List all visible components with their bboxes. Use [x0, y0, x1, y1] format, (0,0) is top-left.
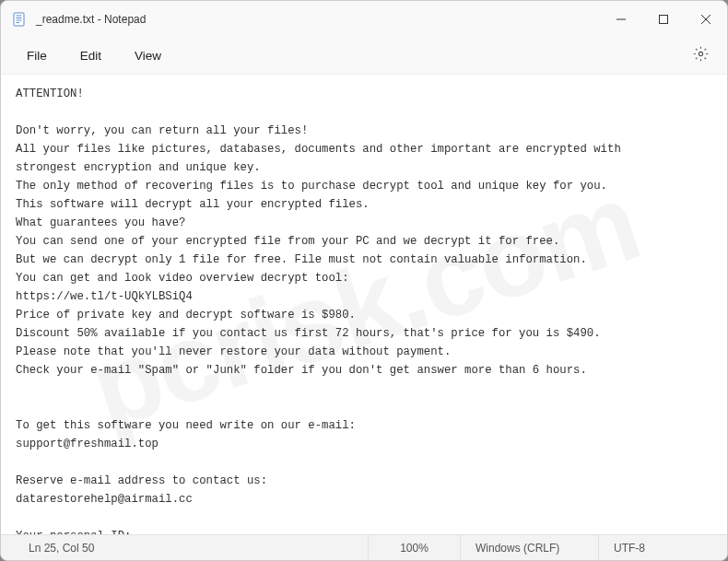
svg-point-9	[699, 52, 702, 55]
status-zoom[interactable]: 100%	[368, 535, 460, 560]
close-button[interactable]	[685, 1, 727, 38]
menu-file[interactable]: File	[10, 43, 64, 68]
gear-icon	[693, 46, 709, 62]
statusbar: Ln 25, Col 50 100% Windows (CRLF) UTF-8	[1, 534, 727, 560]
window-title: _readme.txt - Notepad	[36, 13, 146, 26]
svg-rect-0	[14, 13, 24, 26]
menu-edit[interactable]: Edit	[64, 43, 118, 68]
status-encoding: UTF-8	[598, 535, 727, 560]
notepad-window: _readme.txt - Notepad File Edit View pcr…	[0, 0, 728, 561]
status-line-ending: Windows (CRLF)	[460, 535, 598, 560]
document-body: ATTENTION! Don't worry, you can return a…	[16, 88, 621, 534]
text-area[interactable]: pcrisk.com ATTENTION! Don't worry, you c…	[1, 75, 727, 534]
window-controls	[600, 1, 727, 38]
settings-button[interactable]	[684, 41, 718, 71]
maximize-button[interactable]	[642, 1, 685, 38]
menu-view[interactable]: View	[118, 43, 178, 68]
svg-rect-6	[660, 16, 668, 24]
status-position: Ln 25, Col 50	[1, 535, 167, 560]
notepad-icon	[12, 12, 27, 27]
menubar: File Edit View	[1, 38, 727, 75]
minimize-button[interactable]	[600, 1, 642, 38]
titlebar: _readme.txt - Notepad	[1, 1, 727, 38]
